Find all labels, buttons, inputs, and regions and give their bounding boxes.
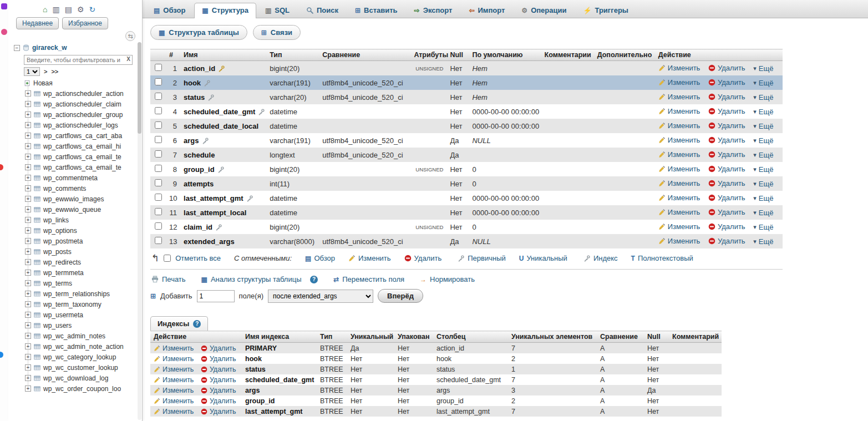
relations-button[interactable]: ⊞ Связи (253, 25, 301, 40)
expand-icon[interactable]: + (25, 238, 31, 244)
table-link[interactable]: wp_cartflows_ca_email_te (43, 164, 121, 171)
expand-icon[interactable]: + (25, 196, 31, 202)
row-checkbox[interactable] (155, 208, 162, 215)
tab-structure[interactable]: ▦Структура (194, 3, 256, 18)
table-link[interactable]: wp_commentmeta (43, 174, 98, 182)
change-column-link[interactable]: Изменить (658, 121, 701, 130)
row-checkbox[interactable] (155, 150, 162, 158)
expand-icon[interactable]: + (25, 343, 31, 349)
drop-column-link[interactable]: Удалить (708, 208, 745, 216)
drop-column-link[interactable]: Удалить (708, 78, 745, 87)
drop-column-link[interactable]: Удалить (708, 64, 745, 72)
drop-index-link[interactable]: Удалить (201, 387, 236, 394)
expand-icon[interactable]: + (25, 122, 31, 128)
page-last-link[interactable]: >> (51, 68, 58, 75)
tab-export[interactable]: ⇨Экспорт (407, 3, 460, 18)
bookmark-icon[interactable] (0, 352, 3, 358)
change-column-link[interactable]: Изменить (658, 93, 701, 101)
add-position-select[interactable]: после extended_args (268, 290, 373, 303)
table-link[interactable]: wp_actionscheduler_claim (43, 100, 121, 108)
scrollbar-thumb[interactable] (138, 42, 141, 134)
edit-index-link[interactable]: Изменить (154, 376, 194, 384)
edit-index-link[interactable]: Изменить (154, 387, 194, 394)
check-all-checkbox[interactable] (164, 255, 171, 262)
row-checkbox[interactable] (155, 93, 162, 100)
table-link[interactable]: wp_wc_customer_lookup (43, 364, 118, 372)
docs-icon[interactable]: ▤ (65, 5, 72, 14)
table-link[interactable]: wp_wc_order_coupon_loo (43, 385, 121, 393)
change-column-link[interactable]: Изменить (658, 150, 701, 159)
expand-icon[interactable]: + (25, 301, 31, 307)
more-actions-link[interactable]: ▾Ещё (753, 194, 773, 202)
drop-column-link[interactable]: Удалить (708, 150, 745, 159)
drop-column-link[interactable]: Удалить (708, 107, 745, 115)
favorites-button[interactable]: Избранное (62, 17, 108, 29)
table-link[interactable]: wp_term_taxonomy (43, 301, 101, 308)
row-checkbox[interactable] (155, 121, 162, 129)
table-link[interactable]: wp_actionscheduler_action (43, 90, 124, 98)
tab-browse[interactable]: ▤Обзор (146, 3, 193, 18)
selected-drop-button[interactable]: Удалить (404, 254, 442, 262)
selected-unique-button[interactable]: UУникальный (519, 254, 567, 262)
row-checkbox[interactable] (155, 136, 162, 143)
tab-triggers[interactable]: ⚡Триггеры (575, 3, 636, 18)
drop-column-link[interactable]: Удалить (708, 179, 745, 187)
row-checkbox[interactable] (155, 107, 162, 114)
analyze-structure-button[interactable]: ▦Анализ структуры таблицы ? (201, 275, 318, 283)
table-structure-button[interactable]: ▦ Структура таблицы (150, 25, 247, 40)
normalize-button[interactable]: →Нормировать (420, 275, 475, 283)
more-actions-link[interactable]: ▾Ещё (753, 93, 773, 102)
drop-index-link[interactable]: Удалить (201, 344, 236, 352)
edit-index-link[interactable]: Изменить (154, 397, 194, 405)
expand-icon[interactable]: + (25, 90, 31, 97)
more-actions-link[interactable]: ▾Ещё (753, 108, 773, 116)
change-column-link[interactable]: Изменить (658, 64, 701, 72)
expand-icon[interactable]: + (25, 280, 31, 286)
table-link[interactable]: wp_terms (43, 280, 72, 287)
expand-icon[interactable]: + (25, 333, 31, 339)
drop-index-link[interactable]: Удалить (201, 376, 236, 384)
drop-column-link[interactable]: Удалить (708, 165, 745, 173)
tab-sql[interactable]: ▥SQL (257, 3, 297, 18)
change-column-link[interactable]: Изменить (658, 165, 701, 173)
edit-index-link[interactable]: Изменить (154, 344, 194, 352)
table-link[interactable]: wp_options (43, 227, 77, 235)
more-actions-link[interactable]: ▾Ещё (753, 237, 773, 246)
change-column-link[interactable]: Изменить (658, 136, 701, 144)
expand-icon[interactable]: + (25, 354, 31, 360)
home-icon[interactable]: ⌂ (43, 5, 47, 14)
table-link[interactable]: wp_postmeta (43, 237, 83, 245)
change-column-link[interactable]: Изменить (658, 237, 701, 245)
tab-operations[interactable]: ⚙Операции (514, 3, 574, 18)
selected-fulltext-button[interactable]: TПолнотекстовый (631, 254, 693, 262)
more-actions-link[interactable]: ▾Ещё (753, 64, 773, 73)
selected-index-button[interactable]: Индекс (581, 254, 618, 262)
row-checkbox[interactable] (155, 165, 162, 172)
add-count-input[interactable] (197, 290, 235, 302)
tab-insert[interactable]: ⊞Вставить (347, 3, 405, 18)
expand-icon[interactable]: + (25, 375, 31, 381)
table-link[interactable]: wp_wc_admin_note_action (43, 343, 124, 351)
bookmark-icon[interactable] (1, 3, 7, 9)
sql-window-icon[interactable]: ▥ (52, 5, 59, 14)
expand-icon[interactable]: + (25, 322, 31, 328)
refresh-icon[interactable]: ↻ (89, 5, 96, 14)
bookmark-icon[interactable] (1, 29, 7, 35)
table-link[interactable]: wp_links (43, 216, 69, 224)
drop-column-link[interactable]: Удалить (708, 93, 745, 101)
expand-icon[interactable]: + (25, 248, 31, 255)
table-link[interactable]: wp_users (43, 322, 72, 329)
table-link[interactable]: wp_cartflows_ca_cart_aba (43, 132, 122, 140)
expand-icon[interactable]: + (25, 364, 31, 371)
table-link[interactable]: wp_wc_category_lookup (43, 353, 116, 361)
check-all-label[interactable]: Отметить все (175, 254, 221, 262)
table-link[interactable]: wp_ewwwio_images (43, 195, 104, 203)
table-link[interactable]: wp_termmeta (43, 269, 84, 277)
change-column-link[interactable]: Изменить (658, 194, 701, 202)
table-link[interactable]: wp_ewwwio_queue (43, 206, 101, 214)
more-actions-link[interactable]: ▾Ещё (753, 180, 773, 188)
drop-index-link[interactable]: Удалить (201, 355, 236, 363)
change-column-link[interactable]: Изменить (658, 107, 701, 115)
expand-icon[interactable]: + (25, 143, 31, 149)
drop-column-link[interactable]: Удалить (708, 222, 745, 231)
